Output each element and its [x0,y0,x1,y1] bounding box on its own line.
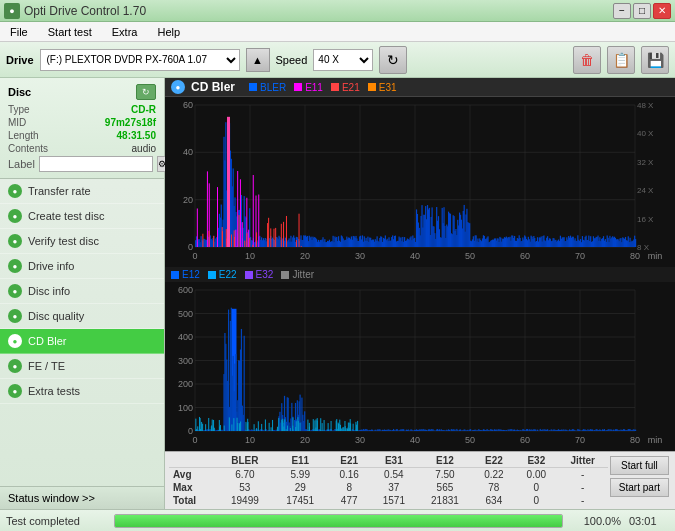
progress-percent: 100.0% [571,515,621,527]
disc-label-input[interactable] [39,156,153,172]
progress-bar-fill [115,515,562,527]
start-part-button[interactable]: Start part [610,478,669,497]
disc-refresh-button[interactable]: ↻ [136,84,156,100]
disc-panel-title: Disc [8,86,31,98]
max-e11: 29 [273,481,328,494]
legend-e31: E31 [368,82,397,93]
menu-start-test[interactable]: Start test [42,24,98,40]
total-e22: 634 [473,494,515,507]
maximize-button[interactable]: □ [633,3,651,19]
total-jitter: - [558,494,608,507]
lower-chart-canvas [165,282,675,451]
stats-row-total: Total 19499 17451 477 1571 21831 634 0 - [169,494,608,507]
col-header-bler: BLER [217,454,272,468]
legend-bler: BLER [249,82,286,93]
disc-length-label: Length [8,130,39,141]
content-area: ● CD Bler BLER E11 E21 E31 [165,78,675,509]
nav-label-fe-te: FE / TE [28,360,65,372]
nav-icon-fe-te: ● [8,359,22,373]
nav-icon-disc-quality: ● [8,309,22,323]
legend-e21: E21 [331,82,360,93]
col-header-jitter: Jitter [558,454,608,468]
row-label-max: Max [169,481,217,494]
app-icon: ● [4,3,20,19]
disc-label-label: Label [8,158,35,170]
disc-contents-label: Contents [8,143,48,154]
erase-button[interactable]: 🗑 [573,46,601,74]
legend-e12-label: E12 [182,269,200,280]
total-e21: 477 [328,494,370,507]
close-button[interactable]: ✕ [653,3,671,19]
nav-label-transfer-rate: Transfer rate [28,185,91,197]
avg-e21: 0.16 [328,468,370,482]
nav-icon-verify-test-disc: ● [8,234,22,248]
nav-disc-info[interactable]: ● Disc info [0,279,164,304]
disc-mid-value: 97m27s18f [105,117,156,128]
legend-jitter: Jitter [281,269,314,280]
max-e22: 78 [473,481,515,494]
row-label-total: Total [169,494,217,507]
stats-area: BLER E11 E21 E31 E12 E22 E32 Jitter Avg [165,451,675,509]
action-buttons: Start full Start part [608,454,671,507]
nav-fe-te[interactable]: ● FE / TE [0,354,164,379]
status-window-label: Status window >> [8,492,95,504]
menu-file[interactable]: File [4,24,34,40]
sidebar-nav: ● Transfer rate ● Create test disc ● Ver… [0,179,164,486]
col-header-empty [169,454,217,468]
nav-icon-drive-info: ● [8,259,22,273]
refresh-button[interactable]: ↻ [379,46,407,74]
main-area: Disc ↻ Type CD-R MID 97m27s18f Length 48… [0,78,675,509]
nav-label-verify-test-disc: Verify test disc [28,235,99,247]
nav-drive-info[interactable]: ● Drive info [0,254,164,279]
avg-e32: 0.00 [515,468,557,482]
eject-button[interactable]: ▲ [246,48,270,72]
nav-disc-quality[interactable]: ● Disc quality [0,304,164,329]
copy-button[interactable]: 📋 [607,46,635,74]
max-bler: 53 [217,481,272,494]
disc-contents-value: audio [132,143,156,154]
avg-bler: 6.70 [217,468,272,482]
nav-label-extra-tests: Extra tests [28,385,80,397]
disc-panel: Disc ↻ Type CD-R MID 97m27s18f Length 48… [0,78,164,179]
start-full-button[interactable]: Start full [610,456,669,475]
titlebar: ● Opti Drive Control 1.70 − □ ✕ [0,0,675,22]
menu-help[interactable]: Help [151,24,186,40]
nav-cd-bler[interactable]: ● CD Bler [0,329,164,354]
drive-label: Drive [6,54,34,66]
status-window-button[interactable]: Status window >> [0,487,164,509]
legend-bler-label: BLER [260,82,286,93]
minimize-button[interactable]: − [613,3,631,19]
total-e32: 0 [515,494,557,507]
titlebar-left: ● Opti Drive Control 1.70 [4,3,146,19]
nav-icon-disc-info: ● [8,284,22,298]
drive-selector[interactable]: (F:) PLEXTOR DVDR PX-760A 1.07 [40,49,240,71]
nav-create-test-disc[interactable]: ● Create test disc [0,204,164,229]
stats-row-avg: Avg 6.70 5.99 0.16 0.54 7.50 0.22 0.00 - [169,468,608,482]
disc-type-label: Type [8,104,30,115]
total-bler: 19499 [217,494,272,507]
speed-selector[interactable]: 40 X [313,49,373,71]
app-title: Opti Drive Control 1.70 [24,4,146,18]
toolbar: Drive (F:) PLEXTOR DVDR PX-760A 1.07 ▲ S… [0,42,675,78]
nav-icon-transfer-rate: ● [8,184,22,198]
nav-transfer-rate[interactable]: ● Transfer rate [0,179,164,204]
col-header-e21: E21 [328,454,370,468]
charts-wrapper: E12 E22 E32 Jitter [165,97,675,451]
save-button[interactable]: 💾 [641,46,669,74]
total-e11: 17451 [273,494,328,507]
legend-e32-label: E32 [256,269,274,280]
nav-extra-tests[interactable]: ● Extra tests [0,379,164,404]
legend-e31-label: E31 [379,82,397,93]
upper-legend: BLER E11 E21 E31 [249,82,397,93]
total-e31: 1571 [370,494,417,507]
nav-label-cd-bler: CD Bler [28,335,67,347]
avg-jitter: - [558,468,608,482]
max-e31: 37 [370,481,417,494]
avg-e31: 0.54 [370,468,417,482]
col-header-e12: E12 [417,454,472,468]
stats-table: BLER E11 E21 E31 E12 E22 E32 Jitter Avg [169,454,608,507]
titlebar-controls: − □ ✕ [613,3,671,19]
menu-extra[interactable]: Extra [106,24,144,40]
nav-verify-test-disc[interactable]: ● Verify test disc [0,229,164,254]
progress-bar [114,514,563,528]
